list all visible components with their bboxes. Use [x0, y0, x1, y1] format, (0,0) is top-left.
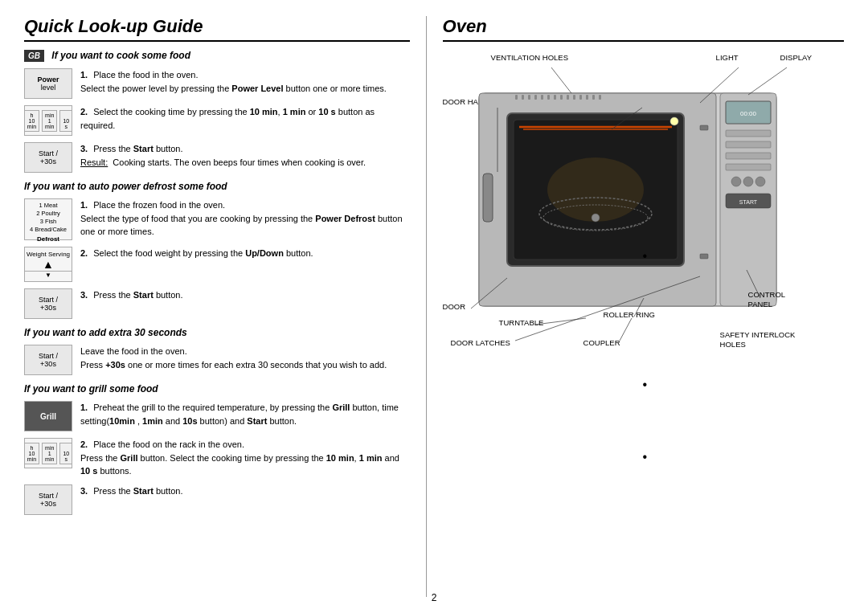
- cook-step-3: Start / +30s 3. Press the Start button. …: [24, 142, 410, 173]
- timer-button-img-2: h 10 min min 1 min 10 s: [24, 438, 72, 468]
- svg-rect-4: [726, 130, 771, 137]
- svg-rect-7: [726, 164, 771, 170]
- section-defrost-title: If you want to auto power defrost some f…: [24, 181, 410, 192]
- right-column: Oven VENTILATION HOLES LIGHT DISPLAY DOO…: [427, 16, 844, 597]
- bullet-2: •: [642, 378, 647, 392]
- svg-point-16: [547, 157, 644, 222]
- cook-step-1-text: 1. Place the food in the oven. Select th…: [80, 68, 410, 95]
- svg-rect-31: [579, 95, 582, 100]
- section-cook-title: GB If you want to cook some food: [24, 50, 410, 62]
- start-30s-button-img: Start / +30s: [24, 345, 72, 375]
- grill-step-2-text: 2. Place the food on the rack in the ove…: [80, 438, 410, 478]
- label-coupler: COUPLER: [583, 338, 620, 347]
- section-cook: GB If you want to cook some food Power l…: [24, 50, 410, 173]
- grill-step-1: Grill 1. Preheat the grill to the requir…: [24, 401, 410, 431]
- weight-button-img: Weight Serving ▲ ▼: [24, 247, 72, 282]
- svg-rect-28: [560, 95, 563, 100]
- section-extra30: If you want to add extra 30 seconds Star…: [24, 327, 410, 375]
- section-grill: If you want to grill some food Grill 1. …: [24, 383, 410, 515]
- page-number: 2: [432, 592, 437, 603]
- svg-rect-34: [599, 95, 601, 100]
- label-display: DISPLAY: [780, 53, 812, 62]
- start-button-img-2: Start / +30s: [24, 288, 72, 319]
- svg-rect-5: [726, 141, 771, 148]
- svg-rect-24: [534, 95, 537, 100]
- grill-button-img: Grill: [24, 401, 72, 431]
- defrost-step-3-text: 3. Press the Start button.: [80, 288, 410, 302]
- svg-rect-18: [483, 174, 493, 222]
- defrost-step-1-text: 1. Place the frozen food in the oven. Se…: [80, 198, 410, 239]
- grill-step-1-text: 1. Preheat the grill to the required tem…: [80, 401, 410, 427]
- section-defrost: If you want to auto power defrost some f…: [24, 181, 410, 319]
- svg-rect-25: [541, 95, 543, 100]
- gb-badge: GB: [24, 50, 44, 62]
- start-button-img: Start / +30s: [24, 142, 72, 173]
- label-door: DOOR: [443, 302, 466, 311]
- label-light: LIGHT: [716, 53, 739, 62]
- grill-step-2: h 10 min min 1 min 10 s 2. Place the foo…: [24, 438, 410, 478]
- extra30-step-text: Leave the food in the oven. Press +30s o…: [80, 345, 410, 371]
- left-column: Quick Look-up Guide GB If you want to co…: [24, 16, 427, 597]
- right-title: Oven: [443, 16, 844, 42]
- defrost-step-2-text: 2. Select the food weight by pressing th…: [80, 247, 410, 260]
- svg-text:00:00: 00:00: [740, 110, 757, 117]
- svg-point-37: [670, 117, 678, 125]
- svg-rect-30: [573, 95, 575, 100]
- svg-rect-19: [700, 125, 708, 130]
- cook-step-1: Power level 1. Place the food in the ove…: [24, 68, 410, 99]
- bullet-3: •: [642, 450, 647, 464]
- label-door-latches: DOOR LATCHES: [451, 338, 510, 347]
- oven-diagram: VENTILATION HOLES LIGHT DISPLAY DOOR HAN…: [443, 53, 837, 503]
- svg-rect-27: [554, 95, 556, 100]
- defrost-button-img: 1 Meat 2 Poultry 3 Fish 4 Bread/Cake Def…: [24, 198, 72, 240]
- svg-point-8: [731, 177, 741, 186]
- left-title: Quick Look-up Guide: [24, 16, 410, 42]
- extra30-step: Start / +30s Leave the food in the oven.…: [24, 345, 410, 375]
- cook-step-2: h 10 min min 1 min 10 s 2. Select the co…: [24, 105, 410, 136]
- svg-text:START: START: [739, 199, 757, 205]
- start-button-img-3: Start / +30s: [24, 484, 72, 515]
- power-level-button-img: Power level: [24, 68, 72, 99]
- svg-rect-22: [522, 95, 524, 100]
- label-control-panel: CONTROLPANEL: [748, 290, 785, 310]
- svg-point-36: [592, 214, 600, 222]
- defrost-step-3: Start / +30s 3. Press the Start button.: [24, 288, 410, 319]
- section-grill-title: If you want to grill some food: [24, 383, 410, 394]
- svg-rect-33: [592, 95, 595, 100]
- timer-button-img: h 10 min min 1 min 10 s: [24, 105, 72, 136]
- cook-step-3-text: 3. Press the Start button. Result: Cooki…: [80, 142, 410, 169]
- cook-step-2-text: 2. Select the cooking time by pressing t…: [80, 105, 410, 132]
- label-turntable: TURNTABLE: [499, 318, 544, 327]
- svg-rect-29: [567, 95, 569, 100]
- label-safety-interlock: SAFETY INTERLOCKHOLES: [720, 330, 796, 350]
- grill-step-3: Start / +30s 3. Press the Start button.: [24, 484, 410, 515]
- label-roller-ring: ROLLER RING: [604, 310, 655, 319]
- svg-rect-20: [700, 254, 708, 259]
- svg-rect-32: [586, 95, 588, 100]
- svg-point-9: [743, 177, 753, 186]
- svg-point-10: [755, 177, 765, 186]
- label-ventilation-holes: VENTILATION HOLES: [491, 53, 568, 62]
- grill-step-3-text: 3. Press the Start button.: [80, 484, 410, 498]
- section-extra30-title: If you want to add extra 30 seconds: [24, 327, 410, 338]
- svg-rect-26: [547, 95, 550, 100]
- svg-rect-23: [528, 95, 530, 100]
- defrost-step-2: Weight Serving ▲ ▼ 2. Select the food we…: [24, 247, 410, 282]
- svg-rect-6: [726, 153, 771, 159]
- oven-illustration: 00:00 START: [475, 85, 780, 326]
- bullet-1: •: [642, 249, 647, 264]
- svg-rect-21: [515, 95, 518, 100]
- defrost-step-1: 1 Meat 2 Poultry 3 Fish 4 Bread/Cake Def…: [24, 198, 410, 240]
